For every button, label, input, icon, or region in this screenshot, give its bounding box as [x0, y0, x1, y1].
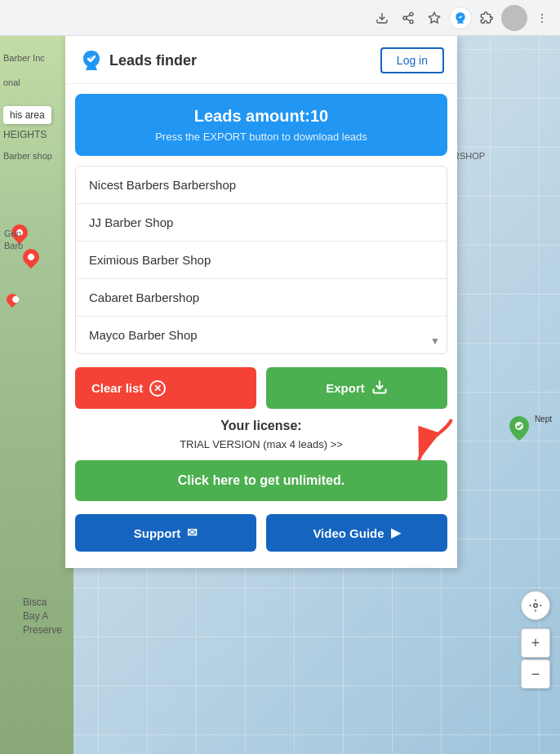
puzzle-icon[interactable]: [475, 7, 498, 29]
share-icon[interactable]: [397, 7, 420, 29]
zoom-in-button[interactable]: +: [521, 628, 550, 658]
play-icon: ▶: [391, 526, 401, 540]
leads-finder-extension-icon[interactable]: [449, 7, 472, 29]
user-avatar[interactable]: [501, 5, 527, 31]
login-button[interactable]: Log in: [380, 47, 444, 73]
svg-line-6: [407, 19, 411, 21]
panel-header: Leads finder Log in: [65, 36, 457, 84]
svg-point-1: [534, 604, 538, 608]
logo-icon: [78, 47, 104, 73]
svg-line-7: [407, 15, 411, 17]
leads-amount-title: Leads amount:10: [88, 107, 434, 126]
map-label-barbershop: Barber shop: [3, 151, 52, 161]
video-guide-button[interactable]: Video Guide ▶: [266, 514, 447, 552]
list-item: Eximious Barber Shop: [76, 242, 447, 279]
list-item: Cabaret Barbershop: [76, 279, 447, 317]
map-label-grin: Grin: [4, 228, 21, 238]
export-button[interactable]: Export: [266, 367, 447, 409]
map-label-onal: onal: [3, 78, 20, 87]
leads-list-container: Nicest Barbers Barbershop JJ Barber Shop…: [75, 166, 447, 354]
logo-container: Leads finder: [78, 47, 197, 73]
main-panel: Leads finder Log in Leads amount:10 Pres…: [65, 36, 457, 568]
map-marker-small: [7, 294, 23, 313]
red-arrow: [402, 415, 460, 476]
license-section: Your license: TRIAL VERSION (max 4 leads…: [75, 419, 447, 450]
upgrade-button[interactable]: Click here to get unlimited.: [75, 460, 447, 501]
this-area-label: his area: [3, 106, 51, 124]
action-buttons: Clear list ✕ Export: [75, 367, 447, 409]
license-text: TRIAL VERSION (max 4 leads) >>: [75, 438, 447, 450]
support-label: Support: [134, 526, 181, 540]
email-icon: ✉: [187, 526, 198, 540]
map-controls: + −: [521, 591, 550, 689]
export-label: Export: [326, 381, 365, 395]
list-item: JJ Barber Shop: [76, 204, 447, 242]
upgrade-container: Click here to get unlimited.: [75, 460, 447, 501]
map-label-barber-inc: Barber Inc: [3, 53, 45, 63]
leads-list[interactable]: Nicest Barbers Barbershop JJ Barber Shop…: [76, 166, 447, 353]
map-label-biscay: BiscaBay APreserve: [23, 596, 62, 636]
svg-marker-8: [429, 12, 439, 23]
list-item: Nicest Barbers Barbershop: [76, 166, 447, 204]
map-label-rshop: RSHOP: [453, 151, 485, 161]
location-button[interactable]: [521, 591, 550, 620]
map-label-heights: HEIGHTS: [3, 129, 47, 140]
star-icon[interactable]: [423, 7, 446, 29]
list-item: Mayco Barber Shop: [76, 317, 447, 353]
logo-text: Leads finder: [109, 52, 197, 69]
clear-list-button[interactable]: Clear list ✕: [75, 367, 256, 409]
leads-subtitle: Press the EXPORT button to download lead…: [88, 131, 434, 143]
video-guide-label: Video Guide: [313, 526, 384, 540]
browser-bar: ⋮: [0, 0, 560, 36]
more-menu-icon[interactable]: ⋮: [531, 7, 553, 29]
clear-list-label: Clear list: [91, 381, 143, 395]
export-icon: [371, 379, 388, 397]
svg-point-5: [410, 20, 413, 23]
license-title: Your license:: [75, 419, 447, 433]
clear-icon: ✕: [149, 380, 166, 397]
svg-point-3: [410, 12, 413, 16]
map-label-barb: Barb: [4, 241, 23, 251]
bottom-buttons: Support ✉ Video Guide ▶: [75, 514, 447, 552]
svg-point-9: [89, 56, 94, 61]
scroll-down-arrow: ▼: [430, 335, 440, 347]
leads-banner: Leads amount:10 Press the EXPORT button …: [75, 94, 447, 156]
svg-point-4: [403, 16, 407, 20]
map-marker-2: [23, 249, 39, 268]
support-button[interactable]: Support ✉: [75, 514, 256, 552]
download-icon[interactable]: [371, 7, 393, 29]
browser-icons: ⋮: [371, 5, 553, 31]
zoom-out-button[interactable]: −: [521, 659, 550, 689]
destination-marker: Nept: [509, 416, 529, 444]
